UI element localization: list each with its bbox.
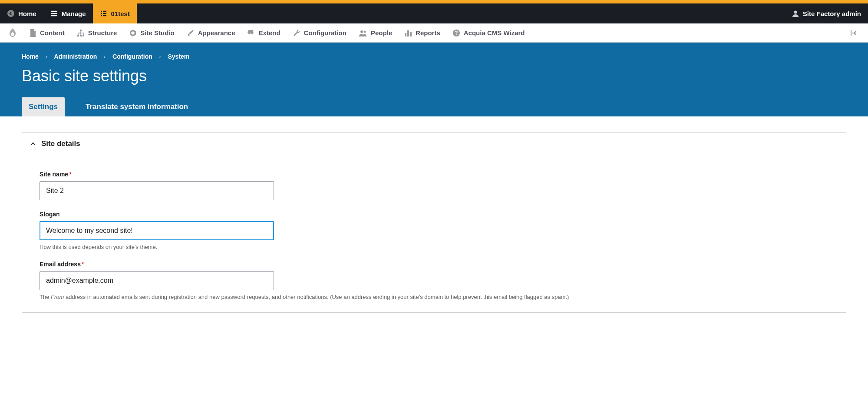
- hamburger-icon: [50, 10, 58, 17]
- panel-header[interactable]: Site details: [22, 133, 846, 155]
- breadcrumb-item[interactable]: System: [168, 53, 189, 60]
- toolbar-manage[interactable]: Manage: [43, 3, 93, 23]
- admin-menu-label: Acquia CMS Wizard: [464, 29, 525, 36]
- hexagon-icon: [129, 29, 137, 37]
- site-details-panel: Site details Site name* Slogan How this …: [22, 132, 846, 313]
- list-icon: [100, 10, 108, 17]
- tab-translate[interactable]: Translate system information: [79, 97, 195, 116]
- svg-rect-3: [77, 35, 79, 36]
- svg-rect-5: [83, 35, 84, 36]
- site-name-input[interactable]: [40, 181, 274, 200]
- tab-settings[interactable]: Settings: [22, 97, 65, 116]
- email-help-text: The From address in automated emails sen…: [40, 294, 828, 300]
- people-icon: [359, 30, 367, 36]
- wrench-icon: [293, 29, 300, 37]
- svg-point-0: [7, 10, 14, 17]
- admin-menu-label: Structure: [88, 29, 117, 36]
- chevron-right-icon: ›: [104, 54, 106, 59]
- required-mark: *: [69, 171, 71, 178]
- site-name-label: Site name*: [40, 171, 828, 178]
- panel-title: Site details: [41, 139, 80, 148]
- admin-menu-label: People: [371, 29, 392, 36]
- slogan-input[interactable]: [40, 221, 274, 240]
- svg-point-7: [363, 30, 366, 33]
- breadcrumb: Home › Administration › Configuration › …: [22, 53, 846, 60]
- slogan-help-text: How this is used depends on your site's …: [40, 244, 828, 250]
- admin-menu-site-studio[interactable]: Site Studio: [123, 23, 180, 42]
- email-label: Email address*: [40, 261, 828, 268]
- admin-menu-label: Reports: [416, 29, 440, 36]
- bar-chart-icon: [404, 30, 412, 36]
- breadcrumb-item[interactable]: Home: [22, 53, 39, 60]
- admin-menu-configuration[interactable]: Configuration: [287, 23, 353, 42]
- admin-menu: Content Structure Site Studio Appearance…: [0, 23, 868, 43]
- user-icon: [792, 10, 799, 17]
- toolbar-site-label: 01test: [111, 10, 130, 17]
- svg-text:?: ?: [455, 30, 458, 36]
- admin-menu-people[interactable]: People: [353, 23, 398, 42]
- drupal-logo[interactable]: [5, 28, 23, 38]
- breadcrumb-item[interactable]: Configuration: [112, 53, 152, 60]
- admin-menu-structure[interactable]: Structure: [71, 23, 123, 42]
- help-icon: ?: [452, 29, 460, 37]
- admin-menu-extend[interactable]: Extend: [241, 23, 287, 42]
- toolbar: Home Manage 01test Site Factory admin: [0, 3, 868, 23]
- file-icon: [30, 29, 36, 37]
- svg-rect-13: [851, 30, 851, 36]
- admin-menu-label: Appearance: [198, 29, 235, 36]
- breadcrumb-item[interactable]: Administration: [54, 53, 97, 60]
- puzzle-icon: [248, 29, 255, 37]
- collapse-sidebar-icon[interactable]: [846, 30, 863, 36]
- svg-rect-4: [80, 35, 82, 36]
- admin-menu-appearance[interactable]: Appearance: [181, 23, 241, 42]
- svg-rect-10: [410, 32, 412, 36]
- paintbrush-icon: [187, 29, 195, 37]
- accent-bar: [0, 0, 868, 3]
- chevron-right-icon: ›: [159, 54, 161, 59]
- required-mark: *: [82, 261, 84, 268]
- svg-point-6: [360, 30, 363, 33]
- toolbar-manage-label: Manage: [62, 10, 86, 17]
- hierarchy-icon: [77, 30, 85, 36]
- admin-menu-label: Content: [40, 29, 65, 36]
- toolbar-user[interactable]: Site Factory admin: [785, 3, 868, 23]
- admin-menu-label: Configuration: [304, 29, 347, 36]
- tabs: Settings Translate system information: [22, 97, 846, 116]
- panel-body: Site name* Slogan How this is used depen…: [22, 155, 846, 312]
- svg-rect-2: [80, 30, 82, 31]
- chevron-right-icon: ›: [46, 54, 47, 59]
- svg-point-1: [794, 11, 797, 14]
- content-area: Site details Site name* Slogan How this …: [0, 116, 868, 328]
- admin-menu-content[interactable]: Content: [23, 23, 71, 42]
- toolbar-home-label: Home: [18, 10, 36, 17]
- toolbar-site[interactable]: 01test: [93, 3, 137, 23]
- back-icon: [7, 10, 15, 17]
- toolbar-user-label: Site Factory admin: [803, 10, 861, 17]
- page-header: Home › Administration › Configuration › …: [0, 43, 868, 116]
- toolbar-back[interactable]: Home: [0, 3, 43, 23]
- form-field-email: Email address* The From address in autom…: [40, 261, 828, 300]
- svg-rect-8: [405, 33, 406, 36]
- admin-menu-acquia-wizard[interactable]: ? Acquia CMS Wizard: [446, 23, 531, 42]
- svg-rect-9: [407, 30, 409, 36]
- page-title: Basic site settings: [22, 67, 846, 85]
- admin-menu-label: Extend: [259, 29, 281, 36]
- form-field-site-name: Site name*: [40, 171, 828, 200]
- chevron-up-icon: [30, 141, 36, 147]
- slogan-label: Slogan: [40, 211, 828, 218]
- admin-menu-reports[interactable]: Reports: [398, 23, 446, 42]
- email-input[interactable]: [40, 271, 274, 290]
- admin-menu-label: Site Studio: [140, 29, 174, 36]
- form-field-slogan: Slogan How this is used depends on your …: [40, 211, 828, 250]
